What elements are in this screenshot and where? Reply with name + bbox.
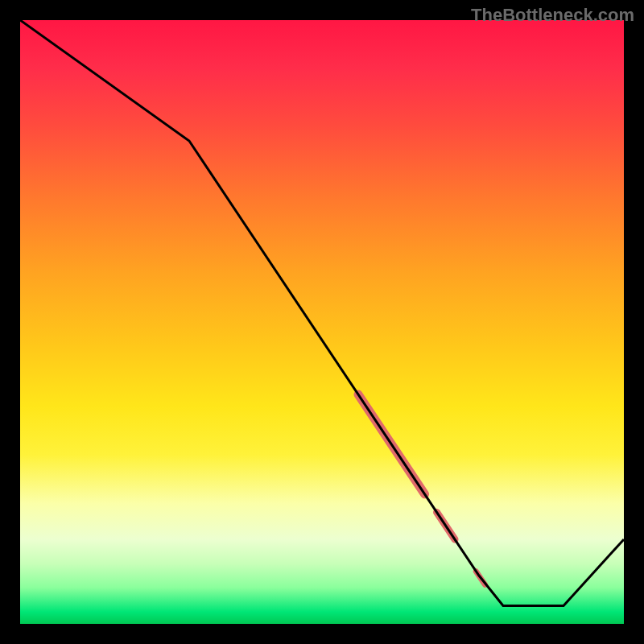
chart-line [20,20,624,606]
watermark-text: TheBottleneck.com [471,5,634,26]
chart-overlay [20,20,624,624]
chart-plot-area [20,20,624,624]
